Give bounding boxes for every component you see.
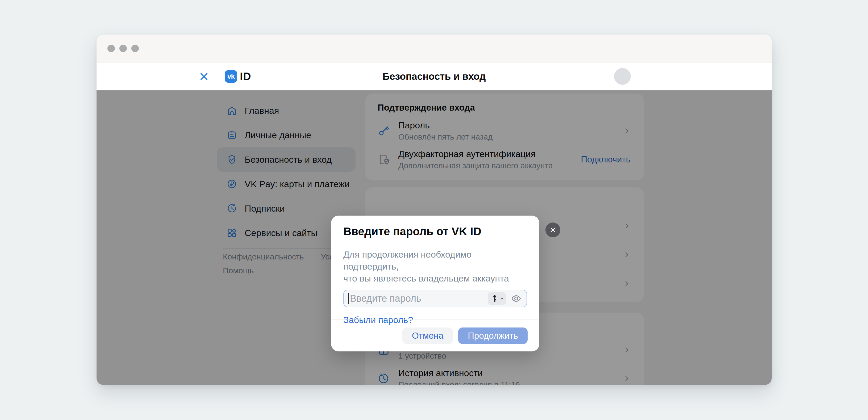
window-titlebar: [96, 35, 772, 62]
password-field[interactable]: [343, 290, 527, 307]
dialog-footer: Отмена Продолжить: [331, 320, 539, 351]
window-dot[interactable]: [119, 45, 127, 52]
page-header: vk ID Безопасность и вход: [96, 62, 772, 90]
dialog-title: Введите пароль от VK ID: [343, 225, 527, 238]
page-title: Безопасность и вход: [96, 62, 772, 90]
continue-button[interactable]: Продолжить: [458, 327, 528, 344]
window-dot[interactable]: [131, 45, 139, 52]
cancel-button[interactable]: Отмена: [402, 327, 453, 344]
dialog-close-icon[interactable]: [546, 223, 560, 237]
password-input[interactable]: [349, 293, 488, 304]
dialog-description: Для продолжения необходимо подтвердить, …: [343, 249, 527, 284]
avatar[interactable]: [614, 68, 631, 85]
dialog-title-divider: [343, 243, 527, 243]
eye-icon[interactable]: [510, 293, 523, 304]
window-dot[interactable]: [107, 45, 115, 52]
vk-id-page: vk ID Безопасность и вход Главная: [96, 62, 772, 385]
password-manager-key-icon[interactable]: [488, 292, 506, 305]
browser-window: vk ID Безопасность и вход Главная: [96, 35, 772, 385]
password-confirm-dialog: Введите пароль от VK ID Для продолжения …: [331, 216, 539, 351]
